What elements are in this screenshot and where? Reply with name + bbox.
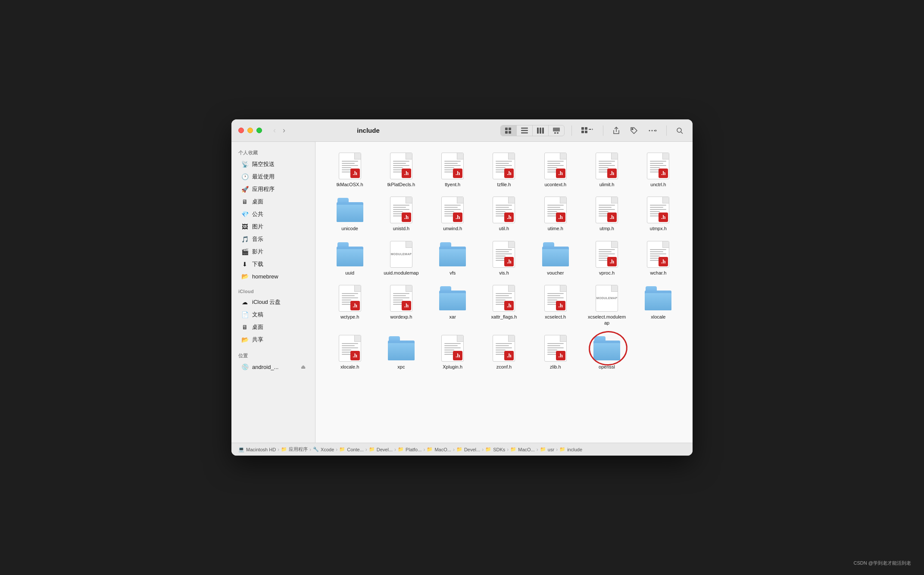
file-item[interactable]: .h unctrl.h (633, 149, 684, 191)
sidebar-item-airdrop[interactable]: 📡 隔空投送 (234, 158, 312, 170)
maximize-button[interactable] (256, 128, 262, 133)
breadcrumb-item[interactable]: 📁应用程序 (281, 446, 308, 453)
file-item[interactable]: .h unistd.h (375, 193, 427, 235)
file-icon: .h (387, 152, 415, 180)
breadcrumb-separator: › (365, 447, 367, 453)
file-item[interactable]: .h utmpx.h (633, 193, 684, 235)
file-item[interactable]: MODULEMAP uuid.modulemap (375, 237, 427, 279)
file-name-label: unistd.h (393, 225, 410, 231)
breadcrumb-label: Devel... (377, 447, 393, 452)
file-item[interactable]: uuid (324, 237, 375, 279)
file-item[interactable]: unicode (324, 193, 375, 235)
file-icon: .h (336, 334, 364, 362)
breadcrumb-item[interactable]: 🔧Xcode (313, 447, 334, 452)
file-item[interactable]: xar (427, 281, 478, 330)
file-item[interactable]: .h ttyent.h (427, 149, 478, 191)
file-item[interactable]: vfs (427, 237, 478, 279)
sidebar-item-documents[interactable]: 📄 文稿 (234, 309, 312, 321)
file-item[interactable]: openssl (581, 331, 632, 373)
breadcrumb-item[interactable]: 📁Platfo... (398, 447, 421, 452)
file-icon: .h (336, 152, 364, 180)
breadcrumb-item[interactable]: 📁Devel... (456, 447, 480, 452)
file-name-label: wctype.h (340, 314, 359, 320)
file-item[interactable]: .h wchar.h (633, 237, 684, 279)
sidebar-label-public: 公共 (252, 210, 263, 218)
file-name-label: ulimit.h (599, 181, 615, 188)
file-name-label: tkPlatDecls.h (387, 181, 415, 188)
breadcrumb-item[interactable]: 📁MacO... (427, 447, 451, 452)
breadcrumb-item[interactable]: 📁usr (540, 447, 554, 452)
file-item[interactable]: .h wctype.h (324, 281, 375, 330)
file-item[interactable]: MODULEMAP xcselect.modulemap (581, 281, 632, 330)
sidebar-item-photos[interactable]: 🖼 图片 (234, 221, 312, 233)
sidebar-item-shared[interactable]: 📂 共享 (234, 334, 312, 346)
sidebar-item-icloud-drive[interactable]: ☁ iCloud 云盘 (234, 296, 312, 308)
back-button[interactable]: ‹ (271, 125, 278, 136)
file-icon: .h (542, 284, 569, 312)
file-item[interactable]: xpc (375, 331, 427, 373)
sidebar-item-downloads[interactable]: ⬇ 下载 (234, 258, 312, 270)
group-view-button[interactable] (579, 125, 596, 136)
svg-rect-10 (553, 128, 560, 131)
view-list-button[interactable] (517, 125, 533, 136)
file-item[interactable]: .h vis.h (478, 237, 530, 279)
file-name-label: utmpx.h (650, 225, 667, 231)
file-item[interactable]: .h xcselect.h (530, 281, 581, 330)
file-item[interactable]: .h Xplugin.h (427, 331, 478, 373)
file-item[interactable]: .h xlocale.h (324, 331, 375, 373)
sidebar-item-android[interactable]: 💿 android_... ⏏ (234, 361, 312, 372)
breadcrumb-item[interactable]: 📁include (559, 447, 582, 452)
breadcrumb-item[interactable]: 📁Conte... (339, 447, 364, 452)
file-item[interactable]: .h xattr_flags.h (478, 281, 530, 330)
file-item[interactable]: voucher (530, 237, 581, 279)
file-item[interactable]: .h vproc.h (581, 237, 632, 279)
sidebar-item-desktop-icloud[interactable]: 🖥 桌面 (234, 321, 312, 333)
sidebar-item-desktop[interactable]: 🖥 桌面 (234, 196, 312, 208)
file-item[interactable]: .h zlib.h (530, 331, 581, 373)
file-item[interactable]: .h ucontext.h (530, 149, 581, 191)
breadcrumb-icon: 📁 (339, 447, 345, 452)
sidebar-item-music[interactable]: 🎵 音乐 (234, 233, 312, 245)
sidebar-label-movies: 影片 (252, 248, 263, 256)
sidebar-icon-movies: 🎬 (241, 248, 249, 255)
forward-button[interactable]: › (280, 125, 288, 136)
tag-button[interactable] (627, 125, 640, 136)
file-item[interactable]: .h tkPlatDecls.h (375, 149, 427, 191)
more-button[interactable] (646, 126, 659, 135)
breadcrumb-item[interactable]: 📁SDKs (485, 447, 505, 452)
file-name-label: unctrl.h (650, 181, 666, 188)
file-item[interactable]: .h tkMacOSX.h (324, 149, 375, 191)
file-item[interactable]: .h zconf.h (478, 331, 530, 373)
close-button[interactable] (238, 128, 244, 133)
location-header: 位置 (231, 349, 315, 361)
breadcrumb-item[interactable]: 📁MacO... (510, 447, 535, 452)
icloud-header: iCloud (231, 285, 315, 296)
search-button[interactable] (674, 125, 686, 136)
breadcrumb-label: MacO... (434, 447, 451, 452)
breadcrumb-icon: 📁 (559, 447, 565, 452)
file-item[interactable]: .h unwind.h (427, 193, 478, 235)
view-icon-button[interactable] (501, 125, 517, 136)
sidebar-item-homebrew[interactable]: 📂 homebrew (234, 271, 312, 282)
file-icon: .h (593, 152, 621, 180)
breadcrumb-item[interactable]: 💻Macintosh HD (238, 447, 276, 452)
eject-icon[interactable]: ⏏ (301, 364, 306, 370)
view-gallery-button[interactable] (549, 125, 564, 136)
file-item[interactable]: xlocale (633, 281, 684, 330)
file-icon: .h (490, 241, 518, 268)
sidebar-item-public[interactable]: 💎 公共 (234, 208, 312, 220)
file-item[interactable]: .h ulimit.h (581, 149, 632, 191)
sidebar-item-apps[interactable]: 🚀 应用程序 (234, 183, 312, 195)
sidebar-item-recent[interactable]: 🕐 最近使用 (234, 171, 312, 183)
minimize-button[interactable] (247, 128, 253, 133)
file-item[interactable]: .h utmp.h (581, 193, 632, 235)
share-button[interactable] (610, 125, 622, 136)
file-item[interactable]: .h wordexp.h (375, 281, 427, 330)
view-columns-button[interactable] (533, 125, 549, 136)
file-item[interactable]: .h util.h (478, 193, 530, 235)
sidebar-item-movies[interactable]: 🎬 影片 (234, 246, 312, 258)
svg-point-22 (677, 128, 681, 132)
file-item[interactable]: .h utime.h (530, 193, 581, 235)
breadcrumb-item[interactable]: 📁Devel... (369, 447, 393, 452)
file-item[interactable]: .h tzfile.h (478, 149, 530, 191)
